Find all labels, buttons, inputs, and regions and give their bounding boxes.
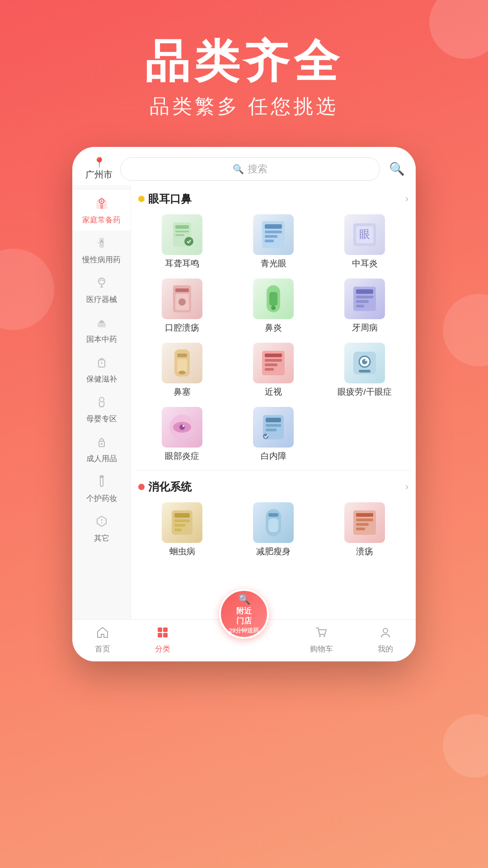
svg-rect-64 (174, 519, 190, 522)
product-img-glaucoma (253, 214, 294, 255)
sidebar-item-tcm[interactable]: 国本中药 (72, 310, 131, 350)
product-ulcer[interactable]: 溃疡 (320, 499, 409, 561)
svg-rect-45 (265, 359, 282, 362)
product-label-tooth: 牙周病 (352, 322, 378, 334)
product-eyestrain[interactable]: 眼疲劳/干眼症 (320, 339, 409, 401)
location-button[interactable]: 📍 广州市 (83, 157, 115, 181)
product-img-ulcer (344, 502, 385, 543)
product-tooth[interactable]: 牙周病 (320, 275, 409, 337)
sidebar-label-home: 家庭常备药 (82, 215, 121, 225)
product-label-otitis: 中耳炎 (352, 258, 378, 269)
product-label-nasal: 鼻塞 (174, 386, 191, 398)
product-rhinitis[interactable]: 鼻炎 (229, 275, 318, 337)
main-content: 家庭常备药 慢性病用药 (72, 185, 416, 619)
product-label-ulcer: 溃疡 (356, 546, 373, 557)
svg-point-42 (178, 371, 186, 374)
svg-rect-76 (158, 627, 162, 632)
svg-rect-66 (174, 528, 182, 531)
product-img-cataract (253, 407, 294, 448)
svg-rect-79 (163, 633, 168, 637)
category-title-eye: 眼耳口鼻 (138, 192, 192, 206)
svg-rect-17 (175, 234, 184, 236)
section-divider (136, 470, 411, 471)
nearby-float-container: 🔍 附近 门店 29分钟送药 (219, 589, 269, 639)
search-button[interactable]: 🔍 (389, 161, 405, 176)
nearby-button[interactable]: 🔍 附近 门店 29分钟送药 (219, 589, 269, 639)
product-oral[interactable]: 口腔溃疡 (137, 275, 227, 337)
svg-rect-60 (266, 429, 277, 431)
nav-cart-label: 购物车 (310, 644, 333, 654)
sidebar-item-home-medicine[interactable]: 家庭常备药 (72, 190, 131, 231)
product-img-ear (162, 214, 202, 255)
product-img-eyestrain (344, 343, 385, 383)
cosmetics-icon (95, 475, 108, 491)
svg-point-80 (319, 635, 321, 637)
sidebar-label-cosmetics: 个护药妆 (86, 493, 117, 504)
header-subtitle: 品类繁多 任您挑选 (145, 93, 343, 120)
product-grid-digestion: 蛔虫病 减肥瘦身 (136, 499, 411, 561)
top-bar: 📍 广州市 🔍 搜索 🔍 (72, 147, 416, 185)
sidebar-item-cosmetics[interactable]: 个护药妆 (72, 469, 131, 509)
nav-profile[interactable]: 我的 (378, 626, 393, 654)
svg-rect-72 (356, 513, 373, 517)
nav-home-label: 首页 (95, 644, 110, 654)
home-medicine-icon (94, 195, 109, 213)
product-slim[interactable]: 减肥瘦身 (229, 499, 318, 561)
sidebar-item-other[interactable]: 其它 (72, 509, 131, 549)
product-cataract[interactable]: 白内障 (229, 403, 318, 466)
chevron-right-digestion-icon[interactable]: › (405, 481, 408, 493)
sidebar-item-devices[interactable]: 医疗器械 (72, 270, 131, 310)
sidebar-label-other: 其它 (94, 533, 109, 543)
maternal-icon (95, 395, 108, 412)
search-placeholder: 搜索 (248, 162, 267, 176)
svg-rect-69 (268, 519, 278, 532)
pink-dot (138, 484, 145, 490)
svg-point-81 (324, 635, 325, 637)
svg-text:眼: 眼 (359, 228, 370, 240)
product-nasal[interactable]: 鼻塞 (137, 339, 227, 401)
phone-mockup: 📍 广州市 🔍 搜索 🔍 家庭常备药 (72, 147, 416, 661)
sidebar-item-health[interactable]: 保健滋补 (72, 350, 131, 390)
product-label-slim: 减肥瘦身 (256, 546, 291, 557)
sidebar-item-chronic[interactable]: 慢性病用药 (72, 231, 131, 270)
svg-point-9 (99, 397, 104, 402)
chronic-icon (95, 236, 108, 253)
deco-circle-left (0, 249, 54, 330)
svg-rect-63 (174, 513, 190, 518)
svg-rect-44 (265, 354, 282, 357)
product-label-rhinitis: 鼻炎 (265, 322, 282, 334)
svg-rect-12 (100, 476, 103, 486)
product-eye-inflam[interactable]: 眼部炎症 (137, 403, 227, 466)
devices-icon (95, 276, 108, 292)
search-bar[interactable]: 🔍 搜索 (120, 157, 380, 181)
product-label-myopia: 近视 (265, 386, 282, 398)
deco-circle-top-right (429, 0, 488, 59)
svg-rect-21 (265, 231, 282, 233)
chevron-right-icon[interactable]: › (405, 193, 408, 205)
svg-point-18 (184, 237, 193, 246)
sidebar-item-maternal[interactable]: 母婴专区 (72, 390, 131, 429)
nav-cart[interactable]: 购物车 (310, 626, 333, 654)
svg-rect-68 (268, 513, 278, 517)
svg-rect-40 (177, 354, 187, 357)
product-myopia[interactable]: 近视 (229, 339, 318, 401)
sidebar-item-adult[interactable]: 成人用品 (72, 429, 131, 469)
svg-point-33 (271, 306, 276, 310)
product-ear-deafness[interactable]: 耳聋耳鸣 (137, 211, 227, 273)
tcm-icon (95, 316, 108, 332)
nav-home[interactable]: 首页 (95, 626, 110, 654)
svg-point-30 (178, 298, 186, 306)
product-glaucoma[interactable]: 青光眼 (229, 211, 318, 273)
product-img-nasal (162, 343, 202, 383)
sidebar: 家庭常备药 慢性病用药 (72, 185, 131, 619)
location-pin-icon: 📍 (93, 157, 105, 169)
svg-rect-41 (177, 359, 187, 373)
svg-point-11 (101, 443, 103, 445)
svg-rect-7 (98, 323, 106, 327)
product-otitis[interactable]: 眼 中耳炎 (320, 211, 409, 273)
svg-point-56 (183, 425, 184, 427)
product-parasite[interactable]: 蛔虫病 (137, 499, 227, 561)
svg-rect-15 (175, 225, 189, 229)
product-img-tooth (344, 278, 385, 319)
nav-category[interactable]: 分类 (155, 626, 170, 654)
